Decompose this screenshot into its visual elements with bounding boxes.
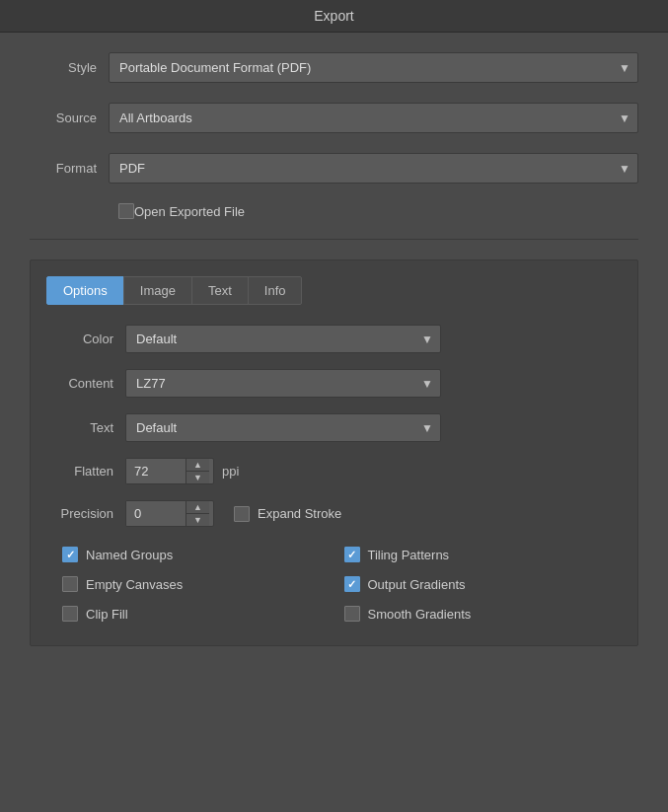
flatten-decrement-button[interactable]: ▼ [186,472,209,483]
flatten-input[interactable] [126,459,186,483]
style-row: Style Portable Document Format (PDF) SVG… [30,52,638,83]
smooth-gradients-label: Smooth Gradients [368,607,472,622]
page-title: Export [314,8,353,24]
empty-canvases-label: Empty Canvases [86,577,183,592]
color-select[interactable]: Default RGB CMYK [125,325,441,353]
tab-text[interactable]: Text [191,276,249,305]
precision-input[interactable] [126,501,186,526]
divider [30,239,638,240]
format-label: Format [30,161,109,176]
style-label: Style [30,60,109,75]
open-exported-checkbox[interactable] [118,203,134,219]
tab-image[interactable]: Image [123,276,192,305]
precision-row: Precision ▲ ▼ Expand Stroke [46,500,622,527]
style-select[interactable]: Portable Document Format (PDF) SVG PNG J… [109,52,638,83]
tiling-patterns-item: ✓ Tiling Patterns [344,547,607,562]
options-panel: Options Image Text Info Color Default RG… [30,259,638,646]
output-gradients-label: Output Gradients [368,577,466,592]
output-gradients-checkmark: ✓ [347,579,356,590]
content-label: Content [46,376,125,391]
title-bar: Export [0,0,668,33]
color-label: Color [46,332,125,346]
open-exported-row: Open Exported File [30,203,638,219]
precision-spinner: ▲ ▼ [125,500,214,527]
tabs-row: Options Image Text Info [46,276,622,305]
empty-canvases-item: Empty Canvases [62,576,325,592]
output-gradients-item: ✓ Output Gradients [344,576,607,592]
precision-increment-button[interactable]: ▲ [186,501,209,514]
open-exported-label: Open Exported File [134,204,245,219]
text-select[interactable]: Default Outlines Native [125,413,441,442]
checkboxes-grid: ✓ Named Groups ✓ Tiling Patterns Empty C… [46,543,622,626]
output-gradients-checkbox[interactable]: ✓ [344,576,360,592]
flatten-row: Flatten ▲ ▼ ppi [46,458,622,484]
expand-stroke-wrap: Expand Stroke [234,506,341,522]
text-row: Text Default Outlines Native ▼ [46,413,622,442]
content-row: Content LZ77 LZ78 None ▼ [46,369,622,398]
precision-spinner-buttons: ▲ ▼ [186,501,209,526]
expand-stroke-checkbox[interactable] [234,506,250,522]
empty-canvases-checkbox[interactable] [62,576,78,592]
style-select-container: Portable Document Format (PDF) SVG PNG J… [109,52,638,83]
content-select-container: LZ77 LZ78 None ▼ [125,369,441,398]
smooth-gradients-item: Smooth Gradients [344,606,607,622]
named-groups-checkmark: ✓ [66,550,75,560]
format-row: Format PDF PDF/X-1a PDF/X-3 ▼ [30,153,638,184]
flatten-spinner: ▲ ▼ [125,458,214,484]
tiling-patterns-checkbox[interactable]: ✓ [344,547,360,562]
named-groups-checkbox[interactable]: ✓ [62,547,78,562]
text-select-container: Default Outlines Native ▼ [125,413,441,442]
named-groups-label: Named Groups [86,548,173,562]
flatten-unit: ppi [222,464,239,479]
named-groups-item: ✓ Named Groups [62,547,325,562]
color-row: Color Default RGB CMYK ▼ [46,325,622,353]
clip-fill-item: Clip Fill [62,606,325,622]
tab-info[interactable]: Info [248,276,303,305]
color-select-container: Default RGB CMYK ▼ [125,325,441,353]
source-label: Source [30,111,109,125]
text-label: Text [46,420,125,435]
precision-decrement-button[interactable]: ▼ [186,514,209,526]
source-select-container: All Artboards Selection Active Artboard … [109,103,638,133]
tiling-patterns-label: Tiling Patterns [368,548,450,562]
clip-fill-label: Clip Fill [86,607,128,622]
format-select[interactable]: PDF PDF/X-1a PDF/X-3 [109,153,638,184]
source-row: Source All Artboards Selection Active Ar… [30,103,638,133]
source-select[interactable]: All Artboards Selection Active Artboard [109,103,638,133]
tab-options[interactable]: Options [46,276,124,305]
expand-stroke-label: Expand Stroke [258,506,341,521]
flatten-label: Flatten [46,464,125,479]
flatten-increment-button[interactable]: ▲ [186,459,209,472]
clip-fill-checkbox[interactable] [62,606,78,622]
tiling-patterns-checkmark: ✓ [347,550,356,560]
content-select[interactable]: LZ77 LZ78 None [125,369,441,398]
flatten-spinner-buttons: ▲ ▼ [186,459,209,483]
smooth-gradients-checkbox[interactable] [344,606,360,622]
precision-label: Precision [46,506,125,521]
format-select-container: PDF PDF/X-1a PDF/X-3 ▼ [109,153,638,184]
